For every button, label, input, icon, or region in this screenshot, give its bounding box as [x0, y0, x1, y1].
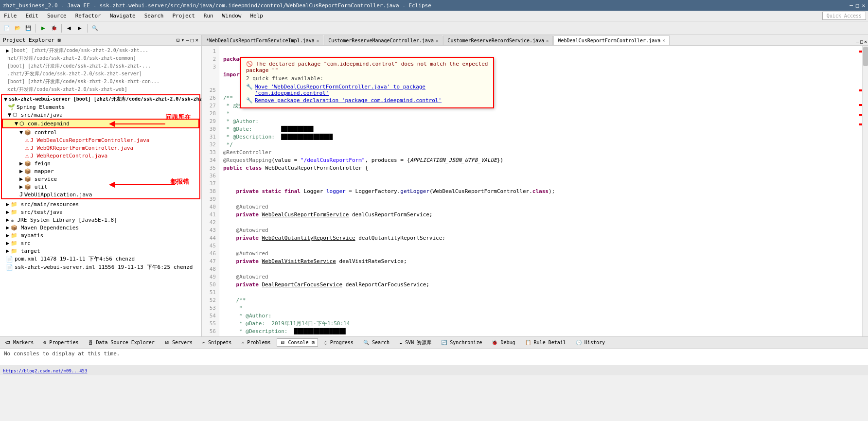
project-explorer: Project Explorer ⊠ ⊟ ▾ — □ ✕ ▶[boot] [zh… — [0, 35, 202, 336]
console-message: No consoles to display at this time. — [4, 351, 120, 357]
tab-close-icon[interactable]: ✕ — [546, 38, 549, 43]
tab-svn[interactable]: ☁ SVN 资源库 — [396, 338, 435, 348]
tab-history[interactable]: 🕑 History — [572, 338, 608, 347]
tooltip-popup: 🚫 The declared package "com.ideepmind.co… — [241, 57, 494, 108]
editor-minimize-btn[interactable]: — — [856, 39, 859, 44]
explorer-tree: ▶[boot] [zhzt/开发库/code/ssk-zhzt-2.0/ssk-… — [0, 46, 201, 336]
tab-close-icon[interactable]: ✕ — [662, 38, 665, 43]
tab-properties[interactable]: ⚙ Properties — [40, 338, 82, 347]
tab-search[interactable]: 🔍 Search — [360, 338, 393, 347]
main-area: Project Explorer ⊠ ⊟ ▾ — □ ✕ ▶[boot] [zh… — [0, 35, 868, 336]
editor-area: *WebDealCusReportFormServiceImpl.java ✕ … — [202, 35, 868, 336]
close-btn[interactable]: ✕ — [862, 2, 865, 9]
tree-item-iml[interactable]: 📄ssk-zhzt-webui-server.iml 11556 19-11-1… — [0, 263, 201, 271]
menu-file[interactable]: File — [2, 12, 19, 19]
explorer-header: Project Explorer ⊠ ⊟ ▾ — □ ✕ — [0, 35, 201, 46]
tab-customer-manage[interactable]: CustomerReserveManageController.java ✕ — [324, 35, 443, 45]
tree-item-jre[interactable]: ▶☕ JRE System Library [JavaSE-1.8] — [0, 216, 201, 224]
tree-item-control[interactable]: ▼📦 control — [2, 128, 199, 136]
menu-window[interactable]: Window — [220, 12, 244, 19]
tree-item-web[interactable]: xzt/开发库/code/ssk-zhzt-2.0/ssk-zhzt-web] — [0, 86, 201, 93]
editor-scrollbar[interactable] — [862, 46, 868, 336]
tab-customer-record[interactable]: CustomerReserveRecordService.java ✕ — [443, 35, 553, 45]
tab-datasource[interactable]: 🗄 Data Source Explorer — [85, 338, 158, 347]
tree-item-util[interactable]: ▶📦 util — [2, 183, 199, 191]
tab-snippets[interactable]: ✂ Snippets — [199, 338, 235, 347]
window-title: zhzt_business_2.0 - Java EE - ssk-zhzt-w… — [3, 2, 431, 9]
tree-item-webuiapp[interactable]: JWebUiApplication.java — [2, 191, 199, 198]
debug-btn[interactable]: 🐞 — [49, 23, 59, 33]
title-bar: zhzt_business_2.0 - Java EE - ssk-zhzt-w… — [0, 0, 868, 11]
tree-item-feign[interactable]: ▶📦 feign — [2, 159, 199, 167]
tree-item-mybatis[interactable]: ▶📁 mybatis — [0, 231, 201, 239]
code-editor[interactable]: 1232526272829303132333435363738394041424… — [202, 46, 868, 336]
line-numbers: 1232526272829303132333435363738394041424… — [202, 46, 219, 336]
search-btn[interactable]: 🔍 — [90, 23, 100, 33]
menu-help[interactable]: Help — [248, 12, 265, 19]
tab-label: WebDealCusReportFormController.java — [558, 38, 660, 43]
tab-label: CustomerReserveManageController.java — [328, 38, 434, 43]
tree-item-boot3[interactable]: [boot] [zhzt/开发库/code/ssk-zhzt-2.0/ssk-z… — [0, 78, 201, 86]
bottom-tabs: 🏷 Markers ⚙ Properties 🗄 Data Source Exp… — [0, 336, 868, 348]
tree-item-mapper[interactable]: ▶📦 mapper — [2, 167, 199, 175]
tree-item-src-main-res[interactable]: ▶📁 src/main/resources — [0, 200, 201, 208]
menu-search[interactable]: Search — [142, 12, 166, 19]
maximize-btn[interactable]: □ — [856, 2, 859, 9]
tab-servers[interactable]: 🖥 Servers — [161, 338, 196, 347]
tree-item-common[interactable]: hzt/开发库/code/ssk-zhzt-2.0/ssk-zhzt-commo… — [0, 54, 201, 62]
status-bar: https://blog2.csdn.net/m09...453 — [0, 366, 868, 375]
tree-item-src[interactable]: ▶📁 src — [0, 239, 201, 247]
explorer-collapse-btn[interactable]: ⊟ — [177, 37, 180, 43]
tree-item-pom[interactable]: 📄pom.xml 11478 19-11-11 下午4:56 chenzd — [0, 255, 201, 263]
quick-access-input[interactable]: Quick Access — [825, 13, 864, 19]
tree-item-spring[interactable]: 🌱Spring Elements — [2, 103, 199, 111]
tree-item-server[interactable]: .zhzt/开发库/code/ssk-zhzt-2.0/ssk-zhzt-ser… — [0, 70, 201, 78]
tree-item-src-main[interactable]: ▼⬡ src/main/java — [2, 111, 199, 119]
tab-synchronize[interactable]: 🔄 Synchronize — [438, 338, 485, 347]
tab-webdealcus-service[interactable]: *WebDealCusReportFormServiceImpl.java ✕ — [202, 35, 323, 45]
tree-item-webreport[interactable]: ⚠J WebReporetControl.java — [2, 152, 199, 159]
tree-item-target[interactable]: ▶📁 target — [0, 247, 201, 255]
back-btn[interactable]: ◀ — [64, 23, 74, 33]
tree-item-webqk[interactable]: ⚠J WebQKReportFormController.java — [2, 144, 199, 152]
tab-close-icon[interactable]: ✕ — [436, 38, 438, 43]
explorer-title: Project Explorer ⊠ — [3, 37, 61, 43]
menu-edit[interactable]: Edit — [24, 12, 41, 19]
tree-item-src-test[interactable]: ▶📁 src/test/java — [0, 208, 201, 216]
explorer-minimize-btn[interactable]: — — [186, 37, 189, 43]
fwd-btn[interactable]: ▶ — [75, 23, 85, 33]
menu-navigate[interactable]: Navigate — [108, 12, 138, 19]
save-btn[interactable]: 💾 — [23, 23, 33, 33]
tab-problems[interactable]: ⚠ Problems — [238, 338, 274, 347]
menu-project[interactable]: Project — [170, 12, 196, 19]
editor-maximize-btn[interactable]: □ — [860, 39, 863, 44]
menu-source[interactable]: Source — [45, 12, 69, 19]
tooltip-fix-2[interactable]: 🔧 Remove package declaration 'package co… — [246, 97, 488, 104]
editor-close-btn[interactable]: ✕ — [864, 39, 867, 44]
menu-run[interactable]: Run — [202, 12, 215, 19]
menu-refactor[interactable]: Refactor — [73, 12, 103, 19]
console-panel: No consoles to display at this time. — [0, 348, 868, 366]
open-btn[interactable]: 📂 — [13, 23, 22, 33]
tab-close-icon[interactable]: ✕ — [317, 38, 319, 43]
tab-webdealcus-controller[interactable]: WebDealCusReportFormController.java ✕ — [553, 35, 669, 45]
tab-markers[interactable]: 🏷 Markers — [2, 338, 37, 347]
tree-item-com-ideepmind[interactable]: ▼⬡ com.ideepmind — [2, 119, 199, 128]
tree-item-webdealcus[interactable]: ⚠J WebDealCusReportFormController.java — [2, 136, 199, 144]
tab-progress[interactable]: ◌ Progress — [321, 338, 357, 347]
explorer-maximize-btn[interactable]: □ — [191, 37, 194, 43]
minimize-btn[interactable]: ─ — [850, 2, 853, 9]
tooltip-fix-1[interactable]: 🔧 Move 'WebDealCusReportFormController.j… — [246, 84, 488, 96]
tree-item-boot2[interactable]: [boot] [zhzt/开发库/code/ssk-zhzt-2.0/ssk-z… — [0, 62, 201, 70]
new-btn[interactable]: 📄 — [2, 23, 12, 33]
tab-debug[interactable]: 🐞 Debug — [488, 338, 518, 347]
tab-console[interactable]: 🖥 Console ⊠ — [277, 338, 318, 347]
tree-item-maven[interactable]: ▶📦 Maven Dependencies — [0, 224, 201, 231]
run-btn[interactable]: ▶ — [38, 23, 48, 33]
tree-item-ssk-server[interactable]: ▼ssk-zhzt-webui-server [boot] [zhzt/开发库/… — [2, 95, 199, 103]
tree-item-boot1[interactable]: ▶[boot] [zhzt/开发库/code/ssk-zhzt-2.0/ssk-… — [0, 47, 201, 54]
tree-item-service[interactable]: ▶📦 service — [2, 175, 199, 183]
tab-ruledetail[interactable]: 📋 Rule Detail — [522, 338, 569, 347]
explorer-close-btn[interactable]: ✕ — [195, 37, 198, 43]
explorer-menu-btn[interactable]: ▾ — [181, 37, 185, 43]
